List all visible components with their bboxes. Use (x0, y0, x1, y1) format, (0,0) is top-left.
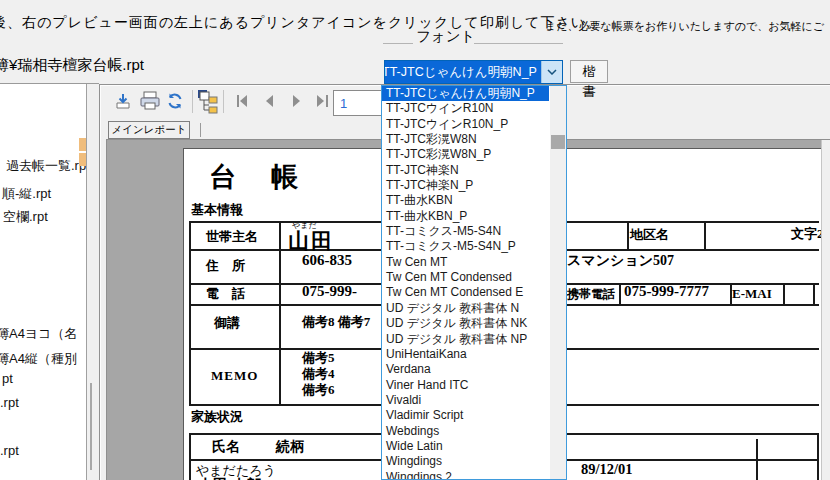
font-option[interactable]: UD デジタル 教科書体 NK (382, 316, 549, 331)
table-border (817, 433, 819, 480)
goko-label: 御講 (214, 314, 240, 332)
tab-divider (200, 123, 201, 137)
font-combobox[interactable]: TT-JTCじゃんけん明朝N_P (384, 60, 563, 84)
font-option[interactable]: Wingdings (382, 454, 549, 469)
list-item[interactable]: 簿A4縦（種別 (0, 350, 77, 368)
family-name-header: 氏名 (212, 438, 240, 456)
kaisho-button[interactable]: 楷書 (570, 60, 608, 83)
table-border (189, 433, 191, 480)
font-option[interactable]: TT-コミクス-M5-S4N (382, 224, 549, 239)
table-border (756, 439, 758, 480)
font-group-label: フォント (416, 27, 475, 46)
list-item[interactable]: 空欄.rpt (3, 208, 48, 226)
font-option[interactable]: Viner Hand ITC (382, 378, 549, 393)
goko-value: 備考8 備考7 (302, 313, 370, 331)
householder-name: 山田 (288, 227, 334, 255)
font-groupbox-border (383, 43, 413, 44)
font-combobox-value: TT-JTCじゃんけん明朝N_P (384, 64, 537, 81)
last-page-icon[interactable] (315, 94, 331, 112)
table-border (189, 221, 191, 406)
font-option[interactable]: Tw Cen MT (382, 255, 549, 270)
font-option[interactable]: Webdings (382, 424, 549, 439)
moji2-label: 文字2 (791, 225, 821, 243)
page-number-input[interactable]: 1 (333, 90, 385, 116)
font-option[interactable]: Vladimir Script (382, 408, 549, 423)
viewer-scrollbar[interactable] (821, 140, 830, 480)
font-option[interactable]: Tw Cen MT Condensed (382, 270, 549, 285)
font-option[interactable]: Wingdings 2 (382, 470, 549, 480)
table-border (783, 283, 785, 306)
householder-label: 世帯主名 (206, 228, 258, 246)
font-option[interactable]: TT-曲水KBN_P (382, 209, 549, 224)
email-label: E-MAI (732, 286, 772, 302)
section-basic-info: 基本情報 (191, 201, 243, 219)
font-option[interactable]: TT-コミクス-M5-S4N_P (382, 239, 549, 254)
list-item[interactable]: pt (2, 371, 13, 386)
clipped-icon-fragment (79, 153, 86, 166)
font-option[interactable]: UD デジタル 教科書体 NP (382, 332, 549, 347)
font-option[interactable]: TT-JTCウインR10N_P (382, 117, 549, 132)
report-file-list[interactable]: 過去帳一覧.rpt 順-縦.rpt 空欄.rpt 簿A4ヨコ（名 簿A4縦（種別… (0, 84, 86, 480)
font-option[interactable]: TT-曲水KBN (382, 193, 549, 208)
export-icon[interactable] (113, 91, 133, 115)
family-member-date: 89/12/01 (581, 461, 633, 478)
family-rel-header: 続柄 (276, 438, 304, 456)
memo-label: MEMO (211, 368, 258, 384)
list-item[interactable]: .rpt (0, 443, 19, 458)
prev-page-icon[interactable] (262, 94, 276, 112)
font-option[interactable]: TT-JTCウインR10N (382, 101, 549, 116)
list-item[interactable]: .rpt (0, 395, 19, 410)
table-border (813, 283, 815, 306)
clipped-icon-fragment (79, 138, 86, 151)
mobile-value: 075-999-7777 (624, 283, 709, 300)
next-page-icon[interactable] (290, 94, 304, 112)
address-label: 住 所 (206, 257, 245, 275)
font-option[interactable]: TT-JTC神楽N_P (382, 178, 549, 193)
document-title: 台 帳 (209, 159, 302, 195)
address-value: 606-835 (302, 252, 352, 269)
print-instruction-text: 後、右のプレビュー画面の左上にあるプリンタアイコンをクリックして印刷して下さい。 (0, 14, 601, 32)
list-item[interactable]: 簿A4ヨコ（名 (0, 325, 78, 343)
dropdown-arrow-icon[interactable] (541, 61, 562, 83)
table-border (627, 221, 629, 251)
page-number-value: 1 (340, 96, 347, 111)
family-member-name: 山田 太郎 (198, 476, 262, 480)
district-label: 地区名 (630, 226, 669, 244)
application-window: 後、右のプレビュー画面の左上にあるプリンタアイコンをクリックして印刷して下さい。… (0, 0, 830, 480)
font-option[interactable]: TT-JTC彩滉W8N (382, 132, 549, 147)
font-groupbox-border (474, 43, 563, 44)
table-border (619, 283, 621, 306)
mobile-label: 携帯電話 (567, 286, 615, 303)
font-dropdown-list[interactable]: TT-JTCじゃんけん明朝N_P TT-JTCウインR10N TT-JTCウイン… (381, 85, 567, 480)
dropdown-scrollbar-thumb[interactable] (551, 135, 565, 149)
print-icon[interactable] (139, 91, 161, 115)
toolbar-separator (192, 90, 193, 113)
font-option[interactable]: UD デジタル 教科書体 N (382, 301, 549, 316)
first-page-icon[interactable] (234, 94, 250, 112)
font-option[interactable]: Vivaldi (382, 393, 549, 408)
address-value-2: スマンション507 (567, 252, 674, 270)
font-option-selected[interactable]: TT-JTCじゃんけん明朝N_P (382, 86, 549, 101)
dropdown-scrollbar[interactable] (550, 86, 566, 479)
tab-main-report[interactable]: メインレポート (108, 121, 190, 139)
table-border (279, 221, 281, 406)
toolbar-separator (223, 90, 224, 113)
font-option[interactable]: Verdana (382, 362, 549, 377)
phone-value: 075-999- (302, 283, 357, 300)
phone-label: 電 話 (206, 285, 245, 303)
table-border (704, 221, 706, 251)
group-tree-icon[interactable] (197, 89, 219, 118)
panel-border (86, 84, 87, 480)
list-item[interactable]: 順-縦.rpt (2, 185, 51, 203)
refresh-icon[interactable] (165, 91, 185, 115)
font-option[interactable]: UniHentaiKana (382, 347, 549, 362)
font-option[interactable]: TT-JTC彩滉W8N_P (382, 147, 549, 162)
section-family: 家族状況 (191, 408, 243, 426)
font-option[interactable]: Tw Cen MT Condensed E (382, 285, 549, 300)
font-option[interactable]: Wide Latin (382, 439, 549, 454)
scrollbar-fragment[interactable] (90, 383, 92, 470)
memo-line: 備考6 (302, 381, 335, 399)
list-item[interactable]: 過去帳一覧.rpt (6, 157, 86, 175)
report-path-text: 簿¥瑞相寺檀家台帳.rpt (0, 56, 144, 75)
font-option[interactable]: TT-JTC神楽N (382, 163, 549, 178)
